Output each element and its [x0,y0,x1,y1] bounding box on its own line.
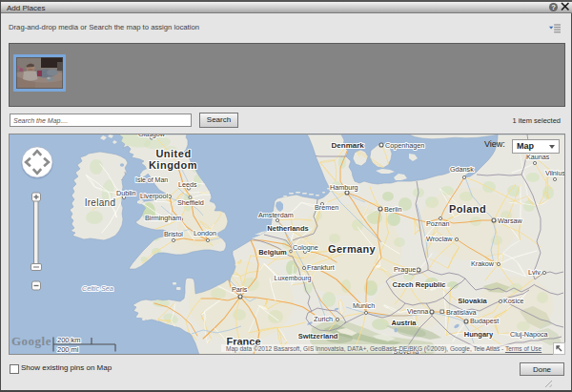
svg-text:Zurich: Zurich [314,315,333,323]
svg-text:Slovakia: Slovakia [458,297,487,305]
svg-text:Bremen: Bremen [315,203,338,212]
svg-text:Krakow: Krakow [471,259,495,268]
svg-text:Liverpool: Liverpool [140,192,169,200]
svg-text:200 mi: 200 mi [57,345,79,354]
svg-text:Czech Republic: Czech Republic [393,280,446,289]
svg-text:Ireland: Ireland [85,197,116,208]
svg-text:Budapest: Budapest [470,317,499,325]
svg-text:Netherlands: Netherlands [267,224,308,233]
svg-text:Cluj-Napoca: Cluj-Napoca [510,330,548,339]
svg-text:Poland: Poland [449,203,486,215]
svg-text:Luxembourg: Luxembourg [275,275,312,282]
svg-text:Prague: Prague [394,265,416,274]
svg-text:Hamburg: Hamburg [330,183,358,192]
svg-text:Dublin: Dublin [116,189,135,197]
svg-text:Belgium: Belgium [258,248,287,257]
svg-text:Switzerland: Switzerland [298,332,338,340]
svg-text:Austria: Austria [392,319,418,327]
svg-text:Vienna: Vienna [407,307,428,316]
svg-text:Paris: Paris [232,285,248,294]
svg-text:Munich: Munich [353,301,375,310]
svg-text:Kaunas: Kaunas [526,153,550,161]
svg-text:Celtic Sea: Celtic Sea [82,284,113,293]
svg-text:Cologne: Cologne [293,243,318,252]
svg-text:Lviv: Lviv [528,268,541,277]
svg-text:Kingdom: Kingdom [149,159,197,171]
svg-text:Glasgow: Glasgow [138,134,166,138]
svg-text:Kosice: Kosice [503,297,524,305]
svg-text:Wroclaw: Wroclaw [426,235,453,243]
svg-text:Frankfurt: Frankfurt [307,263,335,272]
svg-text:London: London [194,229,216,237]
svg-text:Bristol: Bristol [164,230,183,238]
svg-text:Denmark: Denmark [332,141,365,150]
svg-text:United: United [155,148,191,159]
svg-text:Sheffield: Sheffield [177,198,204,207]
svg-text:Leeds: Leeds [178,180,197,189]
svg-text:Warsaw: Warsaw [498,217,522,225]
svg-text:Birmingham: Birmingham [145,214,181,222]
svg-text:Berlin: Berlin [384,205,401,214]
svg-text:200 km: 200 km [57,336,81,344]
svg-text:Vilnius: Vilnius [545,169,564,177]
svg-text:Germany: Germany [328,243,376,255]
svg-text:Copenhagen: Copenhagen [385,141,424,150]
svg-text:Hungary: Hungary [464,330,494,339]
svg-text:Isle of Man: Isle of Man [135,176,168,183]
svg-text:Bratislava: Bratislava [446,308,477,317]
svg-text:Amsterdam: Amsterdam [258,211,294,219]
svg-text:Gdansk: Gdansk [450,165,474,174]
svg-text:Poznan: Poznan [426,219,449,228]
